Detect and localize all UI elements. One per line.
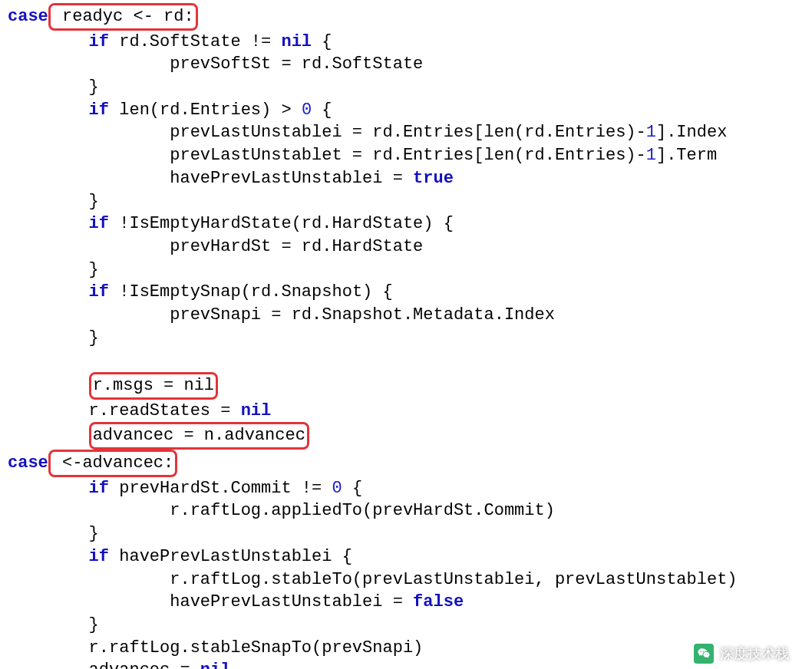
code-text: !IsEmptySnap(rd.Snapshot) { <box>109 282 393 302</box>
number-literal: 1 <box>646 123 656 142</box>
code-text: ].Index <box>656 123 727 142</box>
code-text: { <box>312 101 332 120</box>
code-text: prevSoftSt = rd.SoftState <box>8 54 423 74</box>
keyword-if: if <box>8 32 109 51</box>
code-text: havePrevLastUnstablei = <box>8 169 413 188</box>
wechat-icon <box>694 644 714 664</box>
code-text: ].Term <box>656 146 717 165</box>
code-text <box>8 376 89 395</box>
code-text: { <box>342 479 362 498</box>
code-text: havePrevLastUnstablei { <box>109 547 352 566</box>
keyword-if: if <box>8 479 109 498</box>
code-text: !IsEmptyHardState(rd.HardState) { <box>109 214 454 233</box>
code-text: prevSnapi = rd.Snapshot.Metadata.Index <box>8 305 555 325</box>
code-text: } <box>8 260 99 279</box>
number-literal: 1 <box>646 146 656 165</box>
code-text: r.readStates = <box>8 401 241 420</box>
keyword-if: if <box>8 282 109 302</box>
code-text: prevHardSt.Commit != <box>109 479 332 498</box>
highlight-readyc: readyc <- rd: <box>48 3 198 31</box>
code-block: case readyc <- rd: if rd.SoftState != ni… <box>0 0 812 669</box>
keyword-if: if <box>8 547 109 566</box>
code-text: havePrevLastUnstablei = <box>8 592 413 611</box>
code-text: } <box>8 524 99 543</box>
code-text: prevHardSt = rd.HardState <box>8 237 423 256</box>
keyword-false: false <box>413 592 464 611</box>
watermark-text: 深度技术栈 <box>720 644 789 663</box>
highlight-rmsgs: r.msgs = nil <box>89 372 218 400</box>
highlight-advancec-assign: advancec = n.advancec <box>89 422 309 450</box>
number-literal: 0 <box>302 101 312 120</box>
code-text: } <box>8 615 99 634</box>
keyword-nil: nil <box>241 401 272 420</box>
highlight-advancec-case: <-advancec: <box>48 450 177 477</box>
code-text: prevLastUnstablei = rd.Entries[len(rd.En… <box>8 123 646 142</box>
code-text: } <box>8 192 99 211</box>
code-text: prevLastUnstablet = rd.Entries[len(rd.En… <box>8 146 646 165</box>
keyword-if: if <box>8 101 109 120</box>
code-text: len(rd.Entries) > <box>109 101 302 120</box>
number-literal: 0 <box>332 479 342 498</box>
keyword-if: if <box>8 214 109 233</box>
keyword-nil: nil <box>200 661 231 669</box>
watermark: 深度技术栈 <box>694 644 789 664</box>
code-text: rd.SoftState != <box>109 32 281 51</box>
code-text: } <box>8 77 99 97</box>
keyword-case: case <box>8 7 48 26</box>
code-text: { <box>312 32 332 51</box>
code-text: r.raftLog.appliedTo(prevHardSt.Commit) <box>8 501 555 520</box>
code-text: advancec = <box>8 661 200 669</box>
code-text <box>8 426 89 445</box>
code-text: r.raftLog.stableSnapTo(prevSnapi) <box>8 638 423 657</box>
keyword-true: true <box>413 169 454 188</box>
code-text: r.raftLog.stableTo(prevLastUnstablei, pr… <box>8 570 738 589</box>
code-text: } <box>8 328 99 348</box>
keyword-nil: nil <box>281 32 312 51</box>
keyword-case: case <box>8 453 48 473</box>
